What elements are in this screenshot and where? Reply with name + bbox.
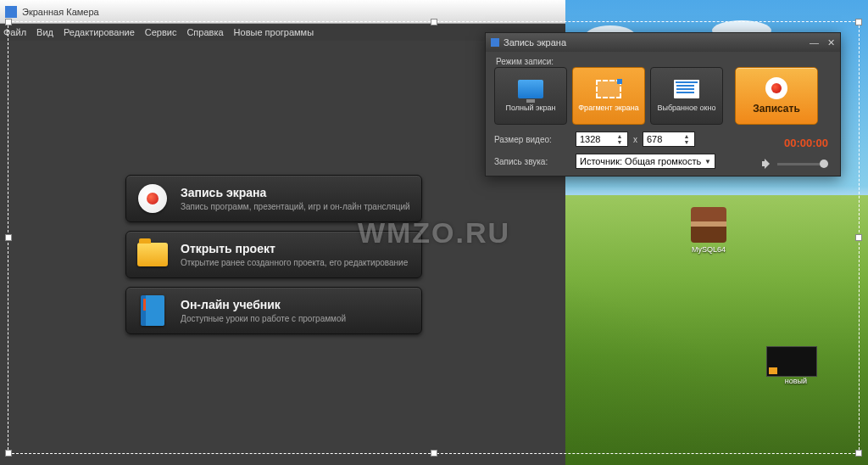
tutorial-title: Он-лайн учебник: [181, 298, 346, 311]
titlebar[interactable]: Экранная Камера: [0, 0, 565, 24]
chevron-down-icon: ▼: [704, 158, 711, 165]
spinner-icon[interactable]: ▲▼: [615, 133, 624, 145]
mode-fullscreen[interactable]: Полный экран: [494, 67, 567, 125]
audio-source-select[interactable]: Источник: Общая громкость ▼: [576, 154, 715, 169]
main-window: Экранная Камера Файл Вид Редактирование …: [0, 0, 565, 465]
close-icon[interactable]: ✕: [827, 37, 835, 48]
desktop-icon-archive[interactable]: MySQL64: [688, 207, 729, 254]
app-icon: [5, 6, 17, 18]
start-record-button[interactable]: Записать: [735, 67, 818, 125]
desktop-icon-video[interactable]: новый: [766, 346, 826, 385]
minimize-icon[interactable]: —: [810, 37, 819, 48]
size-label: Размер видео:: [494, 135, 570, 144]
mode-full-label: Полный экран: [505, 104, 555, 112]
mode-label: Режим записи:: [496, 57, 554, 66]
volume-slider[interactable]: [777, 163, 828, 165]
selection-icon: [596, 80, 621, 98]
width-value: 1328: [580, 134, 600, 144]
mode-window-label: Выбранное окно: [657, 104, 715, 112]
spinner-icon[interactable]: ▲▼: [682, 133, 691, 145]
dialog-title: Запись экрана: [504, 37, 566, 48]
volume-thumb[interactable]: [820, 160, 828, 168]
archive-icon: [691, 207, 726, 243]
desktop-icon-label: новый: [785, 377, 807, 385]
mode-fragment[interactable]: Фрагмент экрана: [572, 67, 645, 125]
menu-edit[interactable]: Редактирование: [64, 27, 135, 37]
record-dialog: Запись экрана — ✕ Режим записи: Полный э…: [485, 32, 841, 176]
menu-help[interactable]: Справка: [186, 27, 223, 37]
menu-file[interactable]: Файл: [3, 27, 26, 37]
dialog-icon: [491, 38, 499, 47]
width-input[interactable]: 1328 ▲▼: [576, 132, 628, 147]
record-screen-button[interactable]: Запись экрана Запись программ, презентац…: [125, 175, 422, 222]
x-separator: x: [633, 135, 637, 144]
book-icon: [141, 295, 164, 326]
menubar: Файл Вид Редактирование Сервис Справка Н…: [0, 24, 565, 41]
window-icon: [674, 80, 699, 98]
dialog-titlebar[interactable]: Запись экрана — ✕: [486, 33, 840, 52]
speaker-icon: [762, 159, 772, 169]
tutorial-subtitle: Доступные уроки по работе с программой: [181, 314, 346, 323]
mode-fragment-label: Фрагмент экрана: [578, 104, 638, 112]
record-dot-icon: [765, 77, 787, 99]
record-icon: [138, 184, 167, 213]
record-title: Запись экрана: [181, 186, 410, 199]
record-btn-label: Записать: [753, 103, 800, 115]
mode-window[interactable]: Выбранное окно: [650, 67, 723, 125]
monitor-icon: [518, 80, 543, 98]
menu-new-programs[interactable]: Новые программы: [234, 27, 314, 37]
record-subtitle: Запись программ, презентаций, игр и он-л…: [181, 202, 410, 211]
desktop-icon-label: MySQL64: [692, 245, 726, 254]
audio-source-value: Источник: Общая громкость: [580, 156, 701, 166]
open-project-button[interactable]: Открыть проект Открытие ранее созданного…: [125, 231, 422, 278]
menu-view[interactable]: Вид: [36, 27, 53, 37]
volume-control[interactable]: [762, 159, 828, 169]
open-subtitle: Открытие ранее созданного проекта, его р…: [181, 258, 408, 267]
height-value: 678: [647, 134, 662, 144]
video-thumb-icon: [766, 346, 817, 377]
folder-icon: [137, 243, 168, 266]
timer-display: 00:00:00: [784, 137, 828, 149]
audio-label: Запись звука:: [494, 157, 570, 166]
menu-service[interactable]: Сервис: [145, 27, 177, 37]
height-input[interactable]: 678 ▲▼: [643, 132, 695, 147]
app-title: Экранная Камера: [22, 7, 99, 17]
tutorial-button[interactable]: Он-лайн учебник Доступные уроки по работ…: [125, 287, 422, 334]
open-title: Открыть проект: [181, 242, 408, 255]
